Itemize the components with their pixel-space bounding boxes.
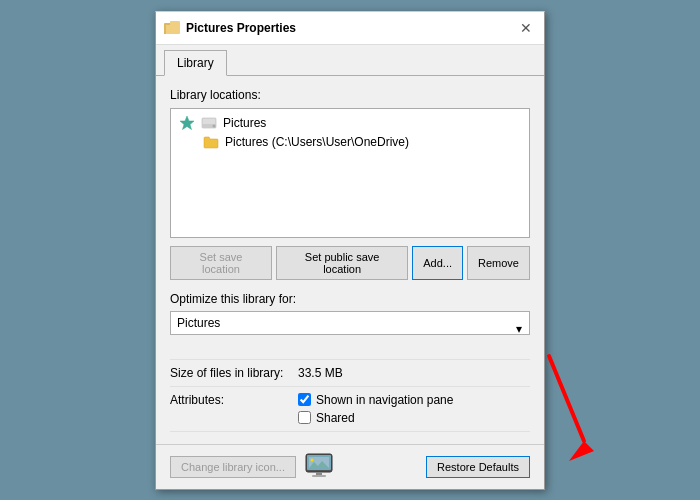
drive-icon bbox=[201, 116, 217, 130]
change-library-icon-button[interactable]: Change library icon... bbox=[170, 456, 296, 478]
set-public-save-location-button[interactable]: Set public save location bbox=[276, 246, 408, 280]
shared-label: Shared bbox=[316, 411, 355, 425]
dialog-content: Library locations: Pictures bbox=[156, 76, 544, 444]
svg-marker-4 bbox=[180, 116, 194, 130]
optimize-dropdown-wrap: Pictures bbox=[170, 311, 530, 347]
close-button[interactable]: ✕ bbox=[516, 18, 536, 38]
optimize-dropdown[interactable]: Pictures bbox=[170, 311, 530, 335]
tab-library[interactable]: Library bbox=[164, 50, 227, 76]
list-item[interactable]: Pictures (C:\Users\User\OneDrive) bbox=[175, 133, 525, 151]
red-arrow bbox=[539, 346, 599, 469]
svg-line-15 bbox=[549, 356, 584, 441]
restore-defaults-button[interactable]: Restore Defaults bbox=[426, 456, 530, 478]
item-label: Pictures (C:\Users\User\OneDrive) bbox=[225, 135, 409, 149]
library-list[interactable]: Pictures Pictures (C:\Users\User\OneDriv… bbox=[170, 108, 530, 238]
svg-rect-11 bbox=[312, 475, 326, 477]
footer: Change library icon... Restore Defaults bbox=[156, 444, 544, 489]
title-icon bbox=[164, 20, 180, 36]
svg-rect-10 bbox=[316, 472, 322, 475]
svg-rect-2 bbox=[165, 25, 179, 34]
size-info-row: Size of files in library: 33.5 MB bbox=[170, 359, 530, 386]
svg-point-7 bbox=[213, 124, 216, 127]
svg-point-14 bbox=[310, 458, 313, 461]
attributes-label: Attributes: bbox=[170, 393, 290, 407]
footer-left: Change library icon... bbox=[170, 453, 338, 481]
shared-checkbox[interactable] bbox=[298, 411, 311, 424]
title-bar-left: Pictures Properties bbox=[164, 20, 296, 36]
tab-bar: Library bbox=[156, 45, 544, 76]
star-icon bbox=[179, 115, 195, 131]
attributes-row: Attributes: Shown in navigation pane Sha… bbox=[170, 386, 530, 432]
shown-in-nav-label: Shown in navigation pane bbox=[316, 393, 453, 407]
size-value: 33.5 MB bbox=[298, 366, 343, 380]
add-button[interactable]: Add... bbox=[412, 246, 463, 280]
dialog: Pictures Properties ✕ Library Library lo… bbox=[155, 11, 545, 490]
title-bar: Pictures Properties ✕ bbox=[156, 12, 544, 45]
shown-in-nav-checkbox[interactable] bbox=[298, 393, 311, 406]
optimize-label: Optimize this library for: bbox=[170, 292, 530, 306]
shared-row: Shared bbox=[298, 411, 453, 425]
list-item[interactable]: Pictures bbox=[175, 113, 525, 133]
monitor-icon bbox=[304, 453, 338, 481]
svg-marker-16 bbox=[569, 441, 594, 461]
shown-in-nav-row: Shown in navigation pane bbox=[298, 393, 453, 407]
btn-row: Set save location Set public save locati… bbox=[170, 246, 530, 280]
svg-rect-3 bbox=[164, 25, 166, 34]
dialog-title: Pictures Properties bbox=[186, 21, 296, 35]
size-label: Size of files in library: bbox=[170, 366, 290, 380]
set-save-location-button[interactable]: Set save location bbox=[170, 246, 272, 280]
checkboxes: Shown in navigation pane Shared bbox=[298, 393, 453, 425]
folder-icon bbox=[203, 135, 219, 149]
item-label: Pictures bbox=[223, 116, 266, 130]
locations-label: Library locations: bbox=[170, 88, 530, 102]
remove-button[interactable]: Remove bbox=[467, 246, 530, 280]
